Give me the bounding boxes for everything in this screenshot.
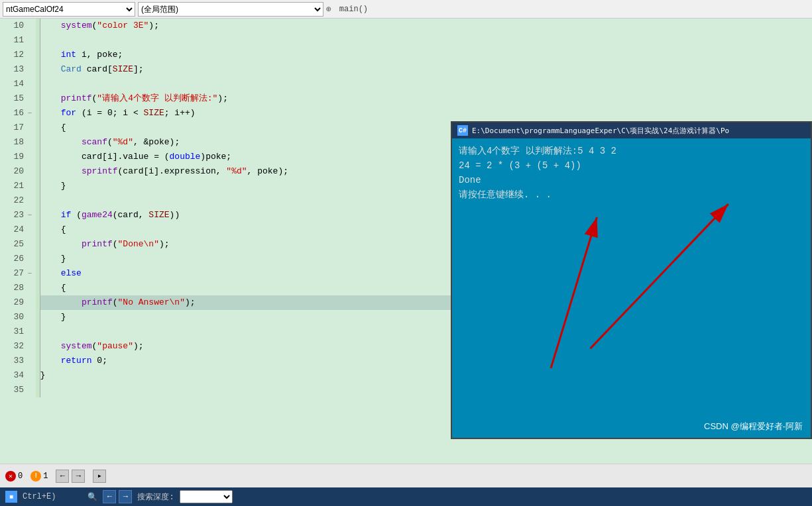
line-number: 24	[0, 223, 24, 237]
nav-list[interactable]: ▸	[93, 470, 106, 483]
function-label: main()	[339, 5, 368, 14]
line-number: 34	[0, 368, 24, 383]
fold-marker[interactable]	[24, 48, 36, 62]
line-number: 16	[0, 106, 24, 121]
line-number: 14	[0, 77, 24, 91]
taskbar-nav[interactable]: ← →	[103, 490, 132, 503]
line-number: 23	[0, 208, 24, 223]
line-number: 33	[0, 354, 24, 368]
watermark: CSDN @编程爱好者-阿新	[704, 421, 803, 432]
fold-marker[interactable]: −	[24, 208, 36, 223]
svg-line-2	[591, 204, 728, 348]
taskbar-forward[interactable]: →	[119, 490, 132, 503]
fold-marker[interactable]	[24, 310, 36, 325]
line-number: 30	[0, 310, 24, 325]
line-number: 25	[0, 237, 24, 252]
scope-selector[interactable]: (全局范围)	[138, 2, 323, 17]
line-number: 17	[0, 121, 24, 135]
terminal-title: E:\Document\programmLanguageExper\C\项目实战…	[472, 126, 729, 136]
fold-marker[interactable]	[24, 193, 36, 208]
fold-marker[interactable]	[24, 62, 36, 77]
fold-marker[interactable]	[24, 237, 36, 252]
line-number: 27	[0, 266, 24, 281]
svg-line-3	[551, 217, 597, 368]
line-number: 29	[0, 295, 24, 310]
terminal-line: 24 = 2 * (3 + (5 + 4))	[459, 158, 804, 173]
code-line[interactable]: for (i = 0; i < SIZE; i++)	[40, 106, 812, 121]
fold-marker[interactable]	[24, 325, 36, 339]
code-line[interactable]: printf("请输入4个数字 以判断解法:");	[40, 91, 812, 106]
line-number: 32	[0, 339, 24, 354]
line-number: 26	[0, 252, 24, 266]
fold-marker[interactable]	[24, 339, 36, 354]
fold-marker[interactable]	[24, 19, 36, 33]
warning-count: ! 1	[30, 471, 48, 481]
fold-marker[interactable]	[24, 121, 36, 135]
line-number: 18	[0, 135, 24, 150]
line-number: 19	[0, 150, 24, 164]
fold-marker[interactable]	[24, 368, 36, 383]
fold-marker[interactable]	[24, 179, 36, 193]
status-bar: ✕ 0 ! 1 ← → ▸	[0, 464, 812, 487]
line-number: 28	[0, 281, 24, 295]
error-icon: ✕	[5, 471, 16, 481]
terminal-line: 请按任意键继续. . .	[459, 187, 804, 202]
fold-marker[interactable]	[24, 135, 36, 150]
taskbar-shortcut: Ctrl+E)	[23, 492, 56, 501]
terminal-window: C# E:\Document\programmLanguageExper\C\项…	[451, 121, 812, 439]
code-line[interactable]	[40, 77, 812, 91]
line-number: 13	[0, 62, 24, 77]
code-line[interactable]: int i, poke;	[40, 48, 812, 62]
fold-marker[interactable]	[24, 295, 36, 310]
line-number: 31	[0, 325, 24, 339]
main-area: 10 system("color 3E"); 11 12 int i, poke…	[0, 19, 812, 464]
fold-marker[interactable]: −	[24, 106, 36, 121]
fold-marker[interactable]	[24, 33, 36, 48]
nav-forward[interactable]: →	[72, 470, 85, 483]
line-number: 20	[0, 164, 24, 179]
code-line[interactable]: Card card[SIZE];	[40, 62, 812, 77]
top-toolbar: ntGameCalOf24 (全局范围) ⊕ main()	[0, 0, 812, 19]
fold-marker[interactable]	[24, 223, 36, 237]
fold-marker[interactable]	[24, 150, 36, 164]
code-line[interactable]	[40, 33, 812, 48]
taskbar: ■ Ctrl+E) 🔍 ← → 搜索深度:	[0, 487, 812, 506]
line-number: 15	[0, 91, 24, 106]
navigation-arrows[interactable]: ← →	[56, 470, 85, 483]
fold-marker[interactable]	[24, 354, 36, 368]
line-number: 21	[0, 179, 24, 193]
fold-marker[interactable]: −	[24, 266, 36, 281]
terminal-body: 请输入4个数字 以判断解法:5 4 3 224 = 2 * (3 + (5 + …	[452, 138, 811, 438]
terminal-icon: C#	[457, 125, 468, 136]
line-number: 35	[0, 383, 24, 397]
taskbar-app: ■	[5, 491, 17, 503]
taskbar-back[interactable]: ←	[103, 490, 116, 503]
code-line[interactable]: system("color 3E");	[40, 19, 812, 33]
line-number: 10	[0, 19, 24, 33]
error-count: ✕ 0	[5, 471, 23, 481]
fold-marker[interactable]	[24, 91, 36, 106]
terminal-line: 请输入4个数字 以判断解法:5 4 3 2	[459, 144, 804, 158]
terminal-line: Done	[459, 173, 804, 187]
search-depth-select[interactable]	[180, 490, 233, 503]
terminal-titlebar: C# E:\Document\programmLanguageExper\C\项…	[452, 123, 811, 138]
fold-marker[interactable]	[24, 77, 36, 91]
line-number: 11	[0, 33, 24, 48]
fold-marker[interactable]	[24, 281, 36, 295]
fold-marker[interactable]	[24, 252, 36, 266]
file-selector[interactable]: ntGameCalOf24	[3, 2, 135, 17]
fold-marker[interactable]	[24, 164, 36, 179]
app-icon: ■	[5, 491, 17, 503]
nav-back[interactable]: ←	[56, 470, 69, 483]
warning-icon: !	[30, 471, 41, 481]
search-label: 搜索深度:	[137, 491, 174, 503]
line-number: 12	[0, 48, 24, 62]
line-number: 22	[0, 193, 24, 208]
fold-marker[interactable]	[24, 383, 36, 397]
search-icon: 🔍	[87, 492, 97, 502]
